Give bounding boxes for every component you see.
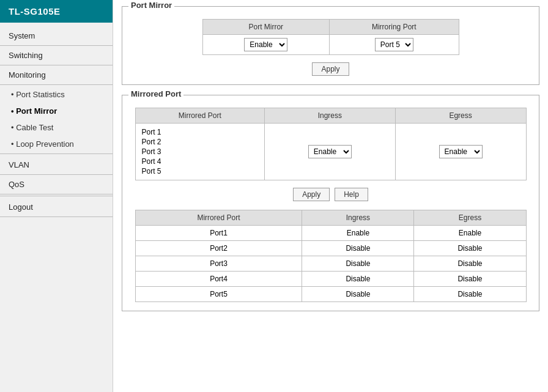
sidebar-item-port-mirror[interactable]: • Port Mirror (0, 103, 113, 119)
sidebar-item-monitoring[interactable]: Monitoring (0, 67, 113, 85)
mp-port1: Port 1 (142, 127, 258, 137)
table-row: Port4DisableDisable (135, 272, 526, 287)
st-cell-ingress: Disable (302, 287, 414, 302)
mp-header-mirrored-port: Mirrored Port (135, 108, 264, 124)
mp-port4: Port 4 (142, 157, 258, 166)
st-cell-port: Port5 (135, 287, 302, 302)
st-cell-egress: Disable (414, 287, 526, 302)
st-cell-egress: Disable (414, 256, 526, 272)
table-row: Port1EnableEnable (135, 226, 526, 241)
pm-header-mirroring-port: Mirroring Port (330, 20, 459, 35)
mp-port3: Port 3 (142, 147, 258, 157)
st-cell-egress: Disable (414, 272, 526, 287)
st-header-mirrored-port: Mirrored Port (135, 210, 302, 226)
mirroring-port-select[interactable]: Port 1 Port 2 Port 3 Port 4 Port 5 (375, 38, 413, 51)
sidebar-item-qos[interactable]: QoS (0, 176, 113, 194)
port-mirror-title: Port Mirror (128, 1, 174, 10)
st-cell-ingress: Disable (302, 256, 414, 272)
port-mirror-select[interactable]: Enable Disable (244, 38, 287, 51)
st-header-egress: Egress (414, 210, 526, 226)
mp-egress-select[interactable]: Enable Disable (439, 145, 483, 158)
mirrored-port-config-table: Mirrored Port Ingress Egress Port 1 Port… (135, 108, 527, 180)
mp-header-ingress: Ingress (264, 108, 395, 124)
mp-port2: Port 2 (142, 137, 258, 147)
table-row: Port5DisableDisable (135, 287, 526, 302)
sidebar-nav: System Switching Monitoring • Port Stati… (0, 23, 113, 223)
st-cell-port: Port1 (135, 226, 302, 241)
pm-button-row: Apply (131, 62, 530, 76)
st-cell-port: Port3 (135, 256, 302, 272)
st-cell-port: Port4 (135, 272, 302, 287)
table-row: Port3DisableDisable (135, 256, 526, 272)
sidebar-item-logout[interactable]: Logout (0, 199, 113, 217)
port-mirror-table: Port Mirror Mirroring Port Enable Disabl… (202, 19, 459, 55)
port-mirror-inner: Port Mirror Mirroring Port Enable Disabl… (131, 19, 530, 55)
sidebar-item-port-statistics[interactable]: • Port Statistics (0, 86, 113, 103)
st-cell-ingress: Disable (302, 241, 414, 256)
st-cell-egress: Disable (414, 241, 526, 256)
st-cell-ingress: Disable (302, 272, 414, 287)
st-cell-egress: Enable (414, 226, 526, 241)
st-cell-port: Port2 (135, 241, 302, 256)
mirrored-port-inner: Mirrored Port Ingress Egress Port 1 Port… (131, 108, 530, 180)
mp-port-list-cell: Port 1 Port 2 Port 3 Port 4 Port 5 (135, 124, 264, 180)
mp-ingress-select[interactable]: Enable Disable (308, 145, 352, 158)
sidebar-item-switching[interactable]: Switching (0, 47, 113, 65)
pm-cell-mirroring-port-select: Port 1 Port 2 Port 3 Port 4 Port 5 (330, 35, 459, 55)
mirrored-port-title: Mirrored Port (128, 89, 183, 98)
mp-help-button[interactable]: Help (335, 188, 368, 201)
mirrored-port-section: Mirrored Port Mirrored Port Ingress Egre… (122, 95, 539, 311)
mp-port5: Port 5 (142, 166, 258, 176)
sidebar-item-cable-test[interactable]: • Cable Test (0, 119, 113, 136)
sidebar: TL-SG105E System Switching Monitoring • … (0, 0, 113, 392)
mp-button-row: Apply Help (131, 188, 530, 201)
st-cell-ingress: Enable (302, 226, 414, 241)
status-table: Mirrored Port Ingress Egress Port1Enable… (135, 210, 527, 302)
mp-egress-cell: Enable Disable (395, 124, 526, 180)
sidebar-item-vlan[interactable]: VLAN (0, 157, 113, 175)
table-row: Port2DisableDisable (135, 241, 526, 256)
mp-apply-button[interactable]: Apply (293, 188, 330, 201)
pm-header-port-mirror: Port Mirror (202, 20, 330, 35)
st-header-ingress: Ingress (302, 210, 414, 226)
mp-header-egress: Egress (395, 108, 526, 124)
sidebar-item-system[interactable]: System (0, 28, 113, 46)
status-table-container: Mirrored Port Ingress Egress Port1Enable… (131, 210, 530, 302)
app-title: TL-SG105E (0, 0, 113, 23)
pm-apply-button[interactable]: Apply (312, 62, 349, 76)
mp-ingress-cell: Enable Disable (264, 124, 395, 180)
pm-cell-port-mirror-select: Enable Disable (202, 35, 330, 55)
port-mirror-section: Port Mirror Port Mirror Mirroring Port E… (122, 6, 539, 85)
main-content: Port Mirror Port Mirror Mirroring Port E… (113, 0, 548, 392)
sidebar-item-loop-prevention[interactable]: • Loop Prevention (0, 136, 113, 152)
